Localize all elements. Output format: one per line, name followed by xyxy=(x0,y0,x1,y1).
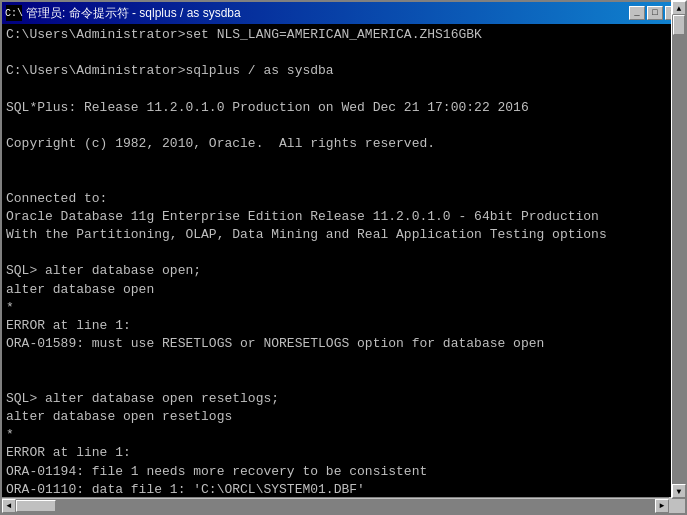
terminal-line xyxy=(6,81,681,99)
terminal-line: Oracle Database 11g Enterprise Edition R… xyxy=(6,208,681,226)
terminal-line: alter database open xyxy=(6,281,681,299)
terminal-line xyxy=(6,372,681,390)
scroll-down-button[interactable]: ▼ xyxy=(672,484,685,497)
terminal-with-scrollbar: C:\Users\Administrator>set NLS_LANG=AMER… xyxy=(2,24,685,497)
terminal-line: C:\Users\Administrator>set NLS_LANG=AMER… xyxy=(6,26,681,44)
terminal-line: * xyxy=(6,426,681,444)
terminal-content: C:\Users\Administrator>set NLS_LANG=AMER… xyxy=(6,26,681,495)
terminal-line: SQL> alter database open; xyxy=(6,262,681,280)
maximize-button[interactable]: □ xyxy=(647,6,663,20)
scroll-left-button[interactable]: ◄ xyxy=(2,499,16,513)
scroll-track-horizontal[interactable] xyxy=(16,499,655,513)
bottom-row: ◄ ► xyxy=(2,497,685,513)
terminal-area[interactable]: C:\Users\Administrator>set NLS_LANG=AMER… xyxy=(2,24,685,497)
title-bar: C:\ 管理员: 命令提示符 - sqlplus / as sysdba _ □… xyxy=(2,2,685,24)
cmd-window: C:\ 管理员: 命令提示符 - sqlplus / as sysdba _ □… xyxy=(0,0,687,515)
terminal-line: ORA-01110: data file 1: 'C:\ORCL\SYSTEM0… xyxy=(6,481,681,495)
cmd-icon: C:\ xyxy=(6,5,22,21)
terminal-line: SQL*Plus: Release 11.2.0.1.0 Production … xyxy=(6,99,681,117)
terminal-line: ORA-01194: file 1 needs more recovery to… xyxy=(6,463,681,481)
terminal-line xyxy=(6,44,681,62)
terminal-line: Connected to: xyxy=(6,190,681,208)
scroll-thumb-vertical[interactable] xyxy=(673,24,685,35)
terminal-line: ORA-01589: must use RESETLOGS or NORESET… xyxy=(6,335,681,353)
title-bar-left: C:\ 管理员: 命令提示符 - sqlplus / as sysdba xyxy=(6,5,241,22)
vertical-scrollbar[interactable]: ▲ ▼ xyxy=(671,24,685,497)
terminal-line: ERROR at line 1: xyxy=(6,444,681,462)
horizontal-scrollbar[interactable]: ◄ ► xyxy=(2,497,669,513)
scrollbar-corner xyxy=(669,497,685,513)
terminal-line xyxy=(6,153,681,171)
terminal-line xyxy=(6,117,681,135)
terminal-line: SQL> alter database open resetlogs; xyxy=(6,390,681,408)
terminal-line xyxy=(6,353,681,371)
minimize-button[interactable]: _ xyxy=(629,6,645,20)
scroll-right-button[interactable]: ► xyxy=(655,499,669,513)
terminal-line xyxy=(6,244,681,262)
terminal-line xyxy=(6,172,681,190)
window-title: 管理员: 命令提示符 - sqlplus / as sysdba xyxy=(26,5,241,22)
terminal-line: C:\Users\Administrator>sqlplus / as sysd… xyxy=(6,62,681,80)
terminal-line: With the Partitioning, OLAP, Data Mining… xyxy=(6,226,681,244)
terminal-line: ERROR at line 1: xyxy=(6,317,681,335)
scroll-thumb-horizontal[interactable] xyxy=(16,500,56,512)
terminal-line: alter database open resetlogs xyxy=(6,408,681,426)
scroll-track-vertical[interactable] xyxy=(672,24,685,484)
terminal-line: * xyxy=(6,299,681,317)
terminal-line: Copyright (c) 1982, 2010, Oracle. All ri… xyxy=(6,135,681,153)
